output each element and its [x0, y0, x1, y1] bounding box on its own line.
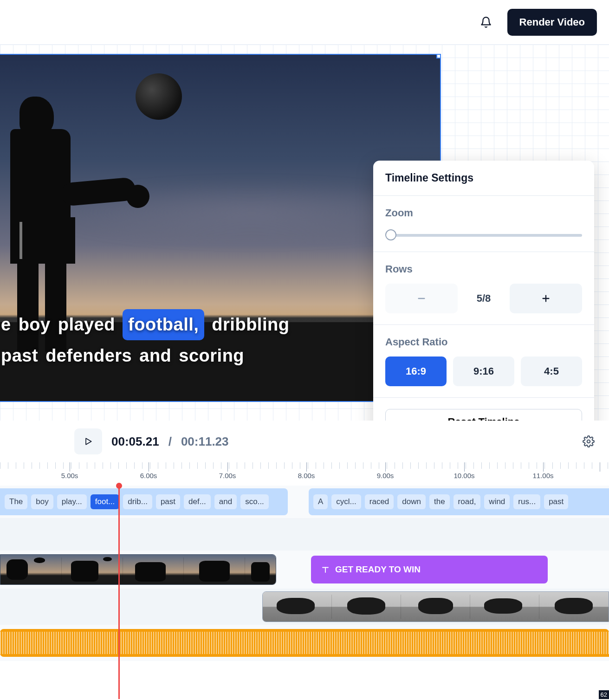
video-clip-football[interactable]	[0, 554, 276, 585]
subtitle-word: defenders	[45, 340, 132, 371]
subtitle-word-chip[interactable]: The	[5, 494, 27, 509]
play-icon	[84, 437, 93, 446]
subtitle-word: scoring	[179, 340, 244, 371]
current-time: 00:05.21	[111, 434, 159, 449]
aspect-ratio-9-16[interactable]: 9:16	[453, 356, 514, 386]
timeline: Theboyplay...foot...drib...pastdef...and…	[0, 486, 609, 699]
ruler-label: 9.00s	[377, 472, 394, 480]
subtitle-clip-2[interactable]: Acycl...raceddowntheroad,windrus...past	[309, 488, 609, 515]
playhead[interactable]	[118, 486, 120, 699]
play-button[interactable]	[74, 428, 102, 454]
text-icon	[321, 565, 330, 574]
ruler-label: 11.00s	[532, 472, 553, 480]
playback-bar: 00:05.21 / 00:11.23	[0, 421, 609, 462]
rows-value: 5/8	[464, 292, 503, 305]
subtitle-word-chip[interactable]: sco...	[240, 494, 269, 509]
ruler-label: 8.00s	[298, 472, 315, 480]
app-header: Render Video	[0, 0, 609, 45]
subtitle-word-chip[interactable]: raced	[365, 494, 394, 509]
render-video-button[interactable]: Render Video	[507, 9, 597, 36]
canvas-area: eboyplayedfootball,dribbling pastdefende…	[0, 45, 609, 421]
svg-marker-3	[86, 438, 91, 444]
subtitle-word: and	[139, 340, 171, 371]
subtitle-word-chip[interactable]: past	[156, 494, 180, 509]
ruler-label: 5.00s	[61, 472, 78, 480]
plus-icon	[541, 293, 551, 304]
audio-clip[interactable]	[0, 629, 609, 657]
zoom-label: Zoom	[385, 207, 582, 219]
subtitle-word-chip[interactable]: and	[214, 494, 237, 509]
subtitle-word: e	[1, 309, 11, 340]
reset-timeline-button[interactable]: Reset Timeline	[385, 409, 582, 421]
subtitle-word: football,	[123, 309, 204, 340]
subtitle-word-chip[interactable]: down	[397, 494, 426, 509]
timeline-ruler[interactable]: 5.00s6.00s7.00s8.00s9.00s10.00s11.00s	[0, 462, 609, 486]
ruler-label: 7.00s	[219, 472, 236, 480]
corner-badge: 62	[599, 690, 609, 699]
ruler-label: 10.00s	[454, 472, 474, 480]
subtitle-word-chip[interactable]: A	[313, 494, 328, 509]
resize-handle-top-right[interactable]	[436, 54, 441, 58]
popover-title: Timeline Settings	[385, 172, 582, 184]
text-clip-label: GET READY TO WIN	[335, 564, 421, 575]
subtitle-word-chip[interactable]: drib...	[123, 494, 152, 509]
rows-label: Rows	[385, 263, 582, 275]
subtitle-word-chip[interactable]: rus...	[513, 494, 540, 509]
subtitle-word-chip[interactable]: road,	[454, 494, 481, 509]
subtitle-word-chip[interactable]: foot...	[91, 494, 120, 509]
subtitle-word-chip[interactable]: wind	[484, 494, 510, 509]
zoom-slider-thumb[interactable]	[385, 229, 396, 240]
time-separator: /	[168, 434, 172, 449]
audio-track[interactable]	[0, 625, 609, 661]
aspect-ratio-label: Aspect Ratio	[385, 336, 582, 348]
bell-icon	[480, 16, 492, 28]
rows-decrease-button[interactable]	[385, 284, 458, 313]
timeline-settings-popover: Timeline Settings Zoom Rows 5/8	[373, 161, 594, 421]
subtitle-track[interactable]: Theboyplay...foot...drib...pastdef...and…	[0, 486, 609, 518]
timeline-settings-button[interactable]	[579, 432, 598, 451]
aspect-ratio-4-5[interactable]: 4:5	[521, 356, 582, 386]
gear-icon	[583, 435, 595, 447]
subtitle-word-chip[interactable]: cycl...	[331, 494, 361, 509]
audio-waveform	[0, 629, 609, 657]
svg-point-4	[587, 440, 590, 443]
notifications-button[interactable]	[476, 12, 496, 32]
subtitle-word-chip[interactable]: def...	[184, 494, 211, 509]
subtitle-word-chip[interactable]: play...	[57, 494, 87, 509]
subtitle-word: past	[1, 340, 38, 371]
subtitle-clip-1[interactable]: Theboyplay...foot...drib...pastdef...and…	[0, 488, 288, 515]
aspect-ratio-16-9[interactable]: 16:9	[385, 356, 447, 386]
subtitle-word-chip[interactable]: boy	[31, 494, 53, 509]
subtitle-word-chip[interactable]: past	[544, 494, 568, 509]
video-track-2[interactable]	[0, 589, 609, 625]
rows-increase-button[interactable]	[510, 284, 582, 313]
preview-subtitle: eboyplayedfootball,dribbling pastdefende…	[1, 309, 389, 371]
subtitle-word: boy	[19, 309, 51, 340]
total-duration: 00:11.23	[181, 434, 229, 449]
text-clip[interactable]: GET READY TO WIN	[311, 556, 548, 583]
video-clip-cyclist[interactable]	[262, 591, 609, 622]
preview-ball	[136, 73, 182, 120]
subtitle-word: dribbling	[212, 309, 289, 340]
video-track-1[interactable]: GET READY TO WIN	[0, 551, 609, 589]
ruler-label: 6.00s	[140, 472, 157, 480]
zoom-slider[interactable]	[385, 229, 582, 240]
subtitle-word: played	[58, 309, 115, 340]
subtitle-word-chip[interactable]: the	[429, 494, 450, 509]
minus-icon	[416, 293, 427, 304]
empty-track-1[interactable]	[0, 518, 609, 551]
